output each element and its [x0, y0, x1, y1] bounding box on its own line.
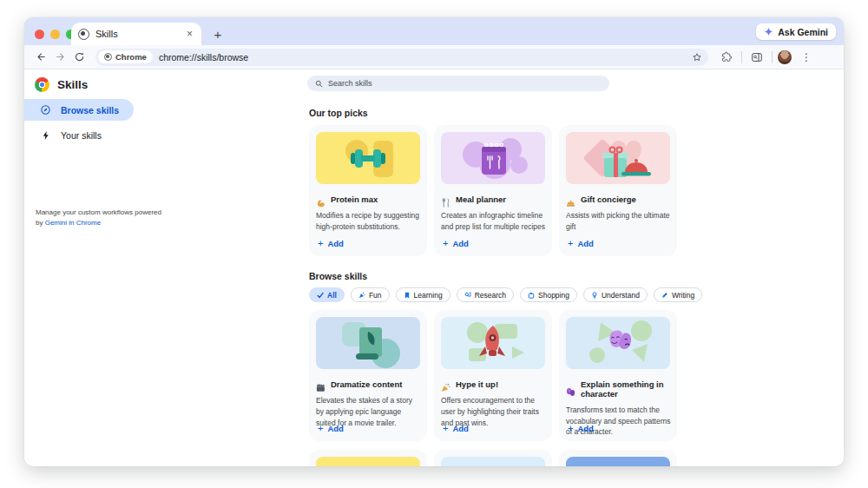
skill-card-protein-max[interactable]: Protein max Modifies a recipe by suggest…	[309, 125, 427, 256]
clapperboard-icon	[316, 380, 326, 390]
tab-strip: Skills × + Ask Gemini	[24, 17, 844, 45]
explain-in-character-illustration	[566, 317, 670, 369]
search-input[interactable]	[328, 79, 602, 88]
sidebar-item-label: Browse skills	[61, 105, 119, 115]
sidebar-item-your-skills[interactable]: Your skills	[24, 124, 134, 146]
reload-icon[interactable]	[69, 48, 89, 67]
add-skill-button[interactable]: + Add	[568, 423, 594, 433]
forward-icon[interactable]	[50, 48, 69, 67]
page-content: Skills Browse skills Your skills Manage …	[24, 70, 844, 466]
minimize-window-button[interactable]	[50, 30, 60, 39]
partial-illustration-blue	[566, 457, 670, 466]
browser-window: Skills × + Ask Gemini	[24, 17, 844, 466]
chip-label: Fun	[369, 291, 382, 300]
gift-concierge-illustration	[566, 132, 670, 184]
new-tab-button[interactable]: +	[208, 24, 227, 43]
card-title-row: Hype it up!	[441, 380, 545, 390]
toolbar-actions: ⋮	[717, 48, 816, 67]
app-header: Skills	[35, 77, 88, 92]
browse-cards-row: Dramatize content Elevates the stakes of…	[309, 310, 677, 441]
url-text[interactable]: chrome://skills/browse	[159, 52, 686, 63]
sidebar-caption: Manage your custom workflows powered by …	[36, 208, 166, 229]
toolbar-divider	[772, 51, 773, 63]
gemini-in-chrome-link[interactable]: Gemini in Chrome	[45, 219, 101, 227]
add-label: Add	[452, 424, 468, 433]
chip-understand[interactable]: Understand	[583, 287, 648, 302]
skill-card-explain-in-character[interactable]: Explain something in character Transform…	[559, 310, 677, 441]
skill-card-meal-planner[interactable]: Meal planner Creates an infographic time…	[434, 125, 552, 256]
skill-card-partial[interactable]	[559, 450, 677, 466]
extensions-icon[interactable]	[717, 48, 736, 67]
bellhop-bell-icon	[566, 195, 575, 205]
check-icon	[317, 292, 324, 299]
add-label: Add	[327, 239, 343, 248]
skill-card-dramatize-content[interactable]: Dramatize content Elevates the stakes of…	[309, 310, 427, 441]
menu-icon[interactable]: ⋮	[797, 48, 816, 67]
back-icon[interactable]	[31, 48, 50, 67]
search-bar[interactable]	[307, 76, 609, 91]
add-skill-button[interactable]: + Add	[443, 423, 469, 433]
chip-fun[interactable]: Fun	[351, 287, 390, 302]
desktop-background: Skills × + Ask Gemini	[0, 0, 868, 488]
chrome-badge-label: Chrome	[115, 52, 147, 62]
chrome-logo-icon	[35, 77, 49, 92]
fork-plate-icon	[441, 195, 450, 205]
add-skill-button[interactable]: + Add	[318, 423, 344, 433]
chip-shopping[interactable]: Shopping	[520, 287, 577, 302]
partial-illustration-yellow	[316, 457, 420, 466]
side-panel-icon[interactable]	[747, 48, 766, 67]
bookmark-star-icon[interactable]	[692, 52, 702, 63]
card-title: Dramatize content	[331, 380, 402, 390]
skill-card-gift-concierge[interactable]: Gift concierge Assists with picking the …	[559, 125, 677, 256]
partial-illustration-lightblue	[441, 457, 545, 466]
research-icon	[464, 292, 471, 299]
tab-skills[interactable]: Skills ×	[71, 23, 201, 45]
gemini-sparkle-icon	[764, 27, 773, 36]
tab-favicon	[78, 29, 89, 40]
chip-label: Understand	[602, 291, 640, 300]
chip-label: Research	[475, 291, 506, 300]
pen-icon	[661, 292, 668, 299]
chip-all[interactable]: All	[309, 287, 345, 302]
hype-it-up-illustration	[441, 317, 545, 369]
card-title-row: Gift concierge	[566, 195, 670, 205]
chip-learning[interactable]: Learning	[396, 287, 450, 302]
card-title-row: Protein max	[316, 195, 420, 205]
party-popper-icon	[441, 380, 450, 390]
chip-label: Learning	[414, 291, 443, 300]
close-window-button[interactable]	[35, 30, 44, 39]
plus-icon: +	[568, 423, 573, 433]
party-icon	[358, 292, 365, 299]
dramatize-content-illustration	[316, 317, 420, 369]
card-title: Explain something in character	[581, 380, 670, 399]
card-title-row: Dramatize content	[316, 380, 420, 390]
profile-avatar[interactable]	[778, 50, 792, 64]
card-title: Gift concierge	[581, 195, 636, 205]
page-title: Skills	[57, 78, 88, 91]
ask-gemini-button[interactable]: Ask Gemini	[756, 23, 836, 40]
add-skill-button[interactable]: + Add	[318, 238, 344, 248]
partial-cards-row	[309, 450, 677, 466]
ask-gemini-label: Ask Gemini	[778, 27, 828, 37]
skill-card-partial[interactable]	[434, 450, 552, 466]
chrome-badge-icon	[104, 53, 112, 61]
add-skill-button[interactable]: + Add	[443, 238, 469, 248]
address-bar[interactable]: Chrome chrome://skills/browse	[95, 49, 708, 66]
skill-card-hype-it-up[interactable]: Hype it up! Offers encouragement to the …	[434, 310, 552, 441]
plus-icon: +	[568, 238, 573, 248]
toolbar-divider	[741, 51, 742, 63]
chip-writing[interactable]: Writing	[654, 287, 702, 302]
top-picks-heading: Our top picks	[309, 108, 368, 118]
close-tab-icon[interactable]: ×	[185, 28, 194, 40]
chip-research[interactable]: Research	[457, 287, 514, 302]
add-skill-button[interactable]: + Add	[568, 238, 594, 248]
plus-icon: +	[318, 238, 323, 248]
sidebar-item-browse-skills[interactable]: Browse skills	[24, 99, 134, 121]
skill-card-partial[interactable]	[309, 450, 427, 466]
lightbulb-icon	[591, 292, 598, 299]
add-label: Add	[327, 424, 343, 433]
card-description: Creates an infographic timeline and prep…	[441, 210, 547, 233]
chrome-badge: Chrome	[98, 50, 153, 63]
card-description: Modifies a recipe by suggesting high-pro…	[316, 210, 422, 233]
sidebar-item-label: Your skills	[61, 130, 102, 141]
